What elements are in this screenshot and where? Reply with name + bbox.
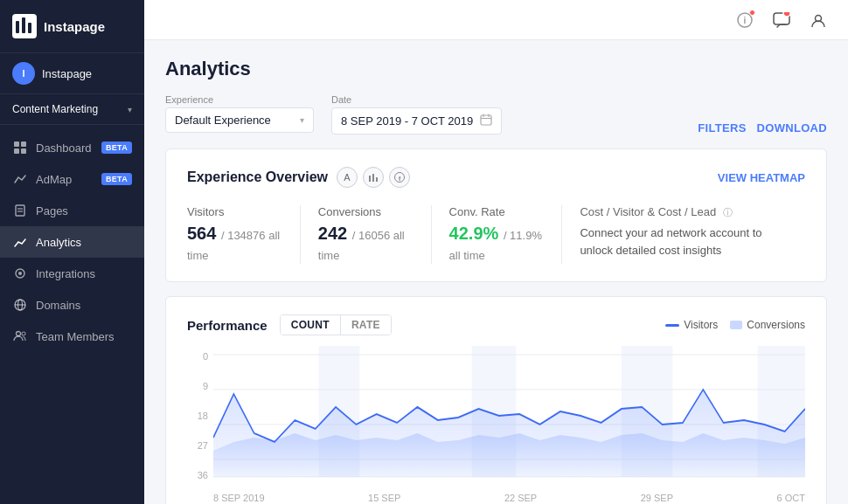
topbar: i bbox=[144, 0, 848, 40]
main-content: i Analytics bbox=[144, 0, 848, 504]
date-filter: Date 8 SEP 2019 - 7 OCT 2019 bbox=[331, 94, 502, 135]
font-icon-btn[interactable]: A bbox=[337, 167, 358, 188]
svg-point-12 bbox=[18, 272, 22, 275]
sidebar-item-label: Dashboard bbox=[36, 142, 92, 155]
admap-beta-badge: BETA bbox=[101, 173, 132, 185]
x-label-4: 29 SEP bbox=[641, 493, 673, 503]
experience-filter: Experience Default Experience ▾ bbox=[165, 94, 314, 135]
x-label-3: 22 SEP bbox=[504, 493, 537, 503]
svg-rect-6 bbox=[14, 148, 19, 154]
svg-point-17 bbox=[22, 332, 25, 335]
instapage-logo-icon bbox=[12, 14, 37, 38]
chart-container: 36 27 18 9 0 bbox=[187, 346, 805, 503]
sidebar-item-label: AdMap bbox=[36, 173, 72, 186]
conversions-legend-color bbox=[730, 321, 742, 329]
chart-xaxis: 8 SEP 2019 15 SEP 22 SEP 29 SEP 6 OCT bbox=[187, 489, 805, 503]
conversions-value: 242 / 16056 all time bbox=[318, 224, 414, 264]
visitors-value: 564 / 134876 all time bbox=[187, 224, 282, 264]
x-label-1: 8 SEP 2019 bbox=[213, 493, 265, 503]
svg-rect-5 bbox=[21, 142, 26, 147]
sidebar-item-admap[interactable]: AdMap BETA bbox=[0, 163, 144, 195]
visitors-metric: Visitors 564 / 134876 all time bbox=[187, 205, 301, 264]
chart-yaxis: 36 27 18 9 0 bbox=[187, 346, 208, 486]
conversions-legend: Conversions bbox=[730, 319, 805, 331]
workspace-selector[interactable]: Content Marketing ▾ bbox=[0, 94, 144, 125]
pages-icon bbox=[12, 203, 28, 218]
filters-button[interactable]: FILTERS bbox=[698, 121, 746, 135]
svg-rect-2 bbox=[22, 17, 25, 33]
rate-toggle[interactable]: RATE bbox=[341, 315, 391, 335]
page-title: Analytics bbox=[165, 58, 827, 80]
sidebar-item-label: Domains bbox=[36, 299, 80, 312]
calendar-icon bbox=[480, 114, 492, 128]
notification-dot bbox=[749, 10, 755, 16]
account-name: Instapage bbox=[42, 67, 92, 80]
x-label-5: 6 OCT bbox=[777, 493, 805, 503]
chevron-down-icon: ▾ bbox=[128, 105, 132, 114]
conversions-label: Conversions bbox=[318, 205, 414, 218]
experience-value: Default Experience bbox=[175, 114, 271, 127]
metrics-row: Visitors 564 / 134876 all time Conversio… bbox=[187, 205, 805, 264]
overview-title-group: Experience Overview A bbox=[187, 167, 410, 188]
svg-text:i: i bbox=[744, 16, 747, 25]
date-picker[interactable]: 8 SEP 2019 - 7 OCT 2019 bbox=[331, 107, 502, 135]
visitors-legend: Visitors bbox=[665, 319, 718, 331]
chat-icon-btn[interactable] bbox=[769, 8, 794, 32]
experience-select[interactable]: Default Experience ▾ bbox=[165, 107, 314, 133]
count-toggle[interactable]: COUNT bbox=[281, 315, 341, 335]
sidebar-item-label: Analytics bbox=[36, 236, 81, 249]
overview-icons: A f bbox=[337, 167, 410, 188]
sidebar-item-domains[interactable]: Domains bbox=[0, 289, 144, 321]
date-value: 8 SEP 2019 - 7 OCT 2019 bbox=[341, 114, 473, 128]
conv-rate-metric: Conv. Rate 42.9% / 11.9% all time bbox=[449, 205, 563, 264]
conv-rate-value: 42.9% / 11.9% all time bbox=[449, 224, 545, 264]
conv-rate-label: Conv. Rate bbox=[449, 205, 545, 218]
svg-rect-27 bbox=[369, 176, 371, 182]
svg-point-16 bbox=[17, 332, 21, 336]
filter-actions: FILTERS DOWNLOAD bbox=[698, 121, 827, 135]
y-label-9: 9 bbox=[187, 381, 208, 391]
select-chevron-icon: ▾ bbox=[300, 115, 304, 125]
svg-rect-1 bbox=[16, 21, 19, 33]
visitors-legend-color bbox=[665, 324, 679, 327]
admap-icon bbox=[12, 171, 28, 187]
view-heatmap-button[interactable]: VIEW HEATMAP bbox=[718, 171, 805, 184]
sidebar-item-pages[interactable]: Pages bbox=[0, 195, 144, 226]
sidebar-item-dashboard[interactable]: Dashboard BETA bbox=[0, 132, 144, 163]
sidebar: Instapage I Instapage Content Marketing … bbox=[0, 0, 144, 504]
toggle-group: COUNT RATE bbox=[280, 314, 392, 335]
y-label-36: 36 bbox=[187, 470, 208, 480]
conversions-metric: Conversions 242 / 16056 all time bbox=[318, 205, 432, 264]
performance-chart bbox=[213, 346, 805, 486]
account-row[interactable]: I Instapage bbox=[0, 53, 144, 94]
overview-card: Experience Overview A bbox=[165, 148, 827, 282]
topbar-icons: i bbox=[733, 8, 831, 32]
svg-rect-4 bbox=[14, 142, 19, 147]
svg-rect-7 bbox=[21, 148, 26, 154]
logo-area: Instapage bbox=[0, 0, 144, 53]
sidebar-item-team[interactable]: Team Members bbox=[0, 321, 144, 352]
svg-rect-28 bbox=[372, 174, 374, 182]
svg-rect-29 bbox=[376, 177, 378, 182]
sidebar-item-integrations[interactable]: Integrations bbox=[0, 258, 144, 289]
user-icon-btn[interactable] bbox=[806, 8, 831, 32]
info-icon: ⓘ bbox=[723, 207, 733, 217]
info-icon-btn[interactable]: i bbox=[733, 8, 757, 32]
overview-header: Experience Overview A bbox=[187, 167, 805, 188]
svg-rect-3 bbox=[28, 23, 31, 33]
dashboard-icon bbox=[12, 140, 28, 155]
date-label: Date bbox=[331, 94, 502, 105]
sidebar-item-analytics[interactable]: Analytics bbox=[0, 226, 144, 258]
facebook-icon-btn[interactable]: f bbox=[389, 167, 410, 188]
svg-rect-23 bbox=[481, 115, 491, 125]
performance-card: Performance COUNT RATE Visitors Conversi… bbox=[165, 296, 827, 504]
download-button[interactable]: DOWNLOAD bbox=[757, 121, 827, 135]
avatar: I bbox=[12, 62, 35, 85]
sidebar-item-label: Pages bbox=[36, 204, 68, 217]
analytics-icon bbox=[12, 234, 28, 250]
bar-chart-icon-btn[interactable] bbox=[363, 167, 384, 188]
filters-bar: Experience Default Experience ▾ Date 8 S… bbox=[165, 94, 827, 135]
x-label-2: 15 SEP bbox=[368, 493, 400, 503]
experience-label: Experience bbox=[165, 94, 314, 105]
dashboard-beta-badge: BETA bbox=[101, 142, 132, 154]
